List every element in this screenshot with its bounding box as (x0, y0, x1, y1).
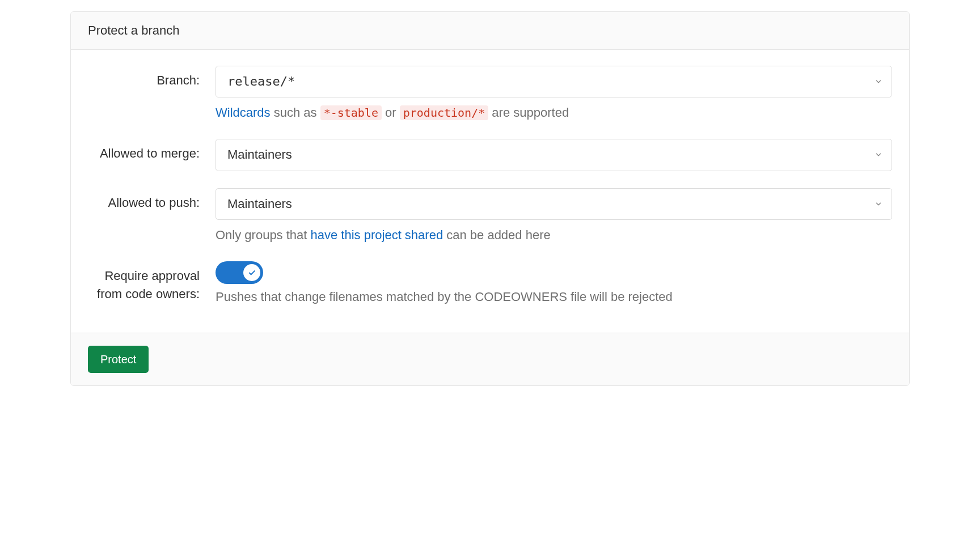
merge-field-col: Maintainers (216, 139, 892, 171)
project-shared-link[interactable]: have this project shared (311, 228, 443, 242)
codeowners-label: Require approval from code owners: (88, 261, 216, 303)
panel-header: Protect a branch (71, 12, 909, 50)
push-hint: Only groups that have this project share… (216, 227, 892, 244)
protect-button[interactable]: Protect (88, 346, 149, 373)
branch-field-col: release/* Wildcards such as *-stable or … (216, 66, 892, 122)
merge-label: Allowed to merge: (88, 139, 216, 163)
chevron-down-icon (875, 151, 882, 159)
merge-row: Allowed to merge: Maintainers (88, 139, 892, 171)
push-value: Maintainers (227, 197, 292, 211)
merge-select[interactable]: Maintainers (216, 139, 892, 171)
panel-footer: Protect (71, 333, 909, 385)
push-row: Allowed to push: Maintainers Only groups… (88, 188, 892, 244)
check-icon (247, 268, 256, 277)
branch-value: release/* (227, 74, 295, 88)
push-label: Allowed to push: (88, 188, 216, 212)
panel-body: Branch: release/* Wildcards such as *-st… (71, 50, 909, 333)
branch-label: Branch: (88, 66, 216, 90)
chevron-down-icon (875, 78, 882, 86)
codeowners-field-col: Pushes that change filenames matched by … (216, 261, 892, 304)
codeowners-toggle[interactable] (216, 261, 263, 284)
branch-select[interactable]: release/* (216, 66, 892, 97)
merge-value: Maintainers (227, 147, 292, 162)
branch-hint: Wildcards such as *-stable or production… (216, 104, 892, 122)
codeowners-row: Require approval from code owners: Pushe… (88, 261, 892, 304)
codeowners-description: Pushes that change filenames matched by … (216, 290, 892, 304)
panel-title: Protect a branch (88, 23, 179, 37)
push-select[interactable]: Maintainers (216, 188, 892, 220)
push-field-col: Maintainers Only groups that have this p… (216, 188, 892, 244)
protect-branch-panel: Protect a branch Branch: release/* Wildc… (70, 11, 910, 386)
chevron-down-icon (875, 200, 882, 208)
branch-row: Branch: release/* Wildcards such as *-st… (88, 66, 892, 122)
wildcard-example-2: production/* (400, 105, 489, 120)
wildcards-link[interactable]: Wildcards (216, 105, 271, 120)
toggle-knob (243, 264, 260, 281)
wildcard-example-1: *-stable (320, 105, 382, 120)
